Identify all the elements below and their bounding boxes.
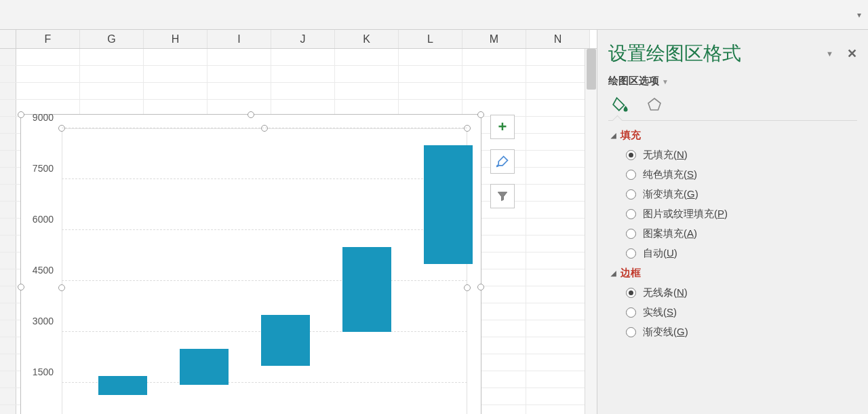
chart-bar[interactable] [261, 315, 310, 366]
column-headers: F G H I J K L M N [0, 30, 597, 49]
col-header[interactable]: K [335, 30, 399, 48]
radio-label: 纯色填充(S) [643, 168, 697, 181]
format-pane: 设置绘图区格式 ▼ ✕ 绘图区选项▼ ◢ 填充 [597, 30, 868, 414]
scrollbar-thumb[interactable] [587, 49, 596, 90]
chart-gridline [62, 229, 467, 230]
radio-icon [626, 150, 636, 160]
radio-icon [626, 288, 636, 298]
pentagon-icon [646, 96, 663, 113]
collapse-triangle-icon: ◢ [611, 132, 616, 139]
border-option-noline[interactable]: 无线条(N) [626, 286, 857, 299]
col-header[interactable]: J [271, 30, 335, 48]
chart-side-buttons: + [490, 115, 515, 208]
fill-option-grad[interactable]: 渐变填充(G) [626, 188, 857, 201]
y-axis-tick: 1500 [33, 366, 54, 377]
chart-bar[interactable] [342, 247, 391, 332]
border-option-grad[interactable]: 渐变线(G) [626, 326, 857, 339]
radio-icon [626, 189, 636, 200]
format-pane-close-button[interactable]: ✕ [847, 46, 857, 61]
col-header[interactable]: N [526, 30, 590, 48]
radio-label: 图案填充(A) [643, 227, 697, 240]
plus-icon: + [498, 118, 507, 136]
y-axis-tick: 4500 [33, 265, 54, 276]
radio-label: 无线条(N) [643, 286, 688, 299]
y-axis-tick: 3000 [33, 316, 54, 326]
chart-gridline [62, 128, 467, 128]
col-header[interactable]: I [208, 30, 271, 48]
effects-tab[interactable] [644, 94, 665, 115]
format-pane-dropdown-icon[interactable]: ▼ [826, 50, 833, 58]
col-header[interactable]: G [80, 30, 144, 48]
chart-handle-tm[interactable] [248, 111, 254, 118]
chart-y-axis[interactable]: 0150030004500600075009000 [21, 128, 59, 414]
fill-section-header[interactable]: ◢ 填充 [611, 129, 857, 142]
format-pane-tabs [608, 94, 857, 115]
vertical-scrollbar[interactable] [585, 49, 597, 414]
chart-gridline [62, 280, 467, 281]
col-header[interactable]: M [462, 30, 526, 48]
fill-option-none[interactable]: 无填充(N) [626, 149, 857, 162]
radio-label: 自动(U) [643, 247, 677, 260]
chart-elements-button[interactable]: + [490, 115, 515, 139]
chart-bar[interactable] [180, 349, 229, 385]
radio-icon [626, 248, 636, 259]
radio-label: 渐变填充(G) [643, 188, 698, 201]
radio-icon [626, 229, 636, 239]
chevron-down-icon: ▼ [662, 78, 669, 86]
radio-label: 无填充(N) [643, 149, 688, 162]
chart-bar[interactable] [424, 145, 473, 264]
chart-handle-tl[interactable] [18, 111, 24, 118]
border-section-header[interactable]: ◢ 边框 [611, 267, 857, 280]
expand-formula-icon[interactable]: ▾ [857, 10, 861, 20]
filter-icon [496, 190, 509, 202]
y-axis-tick: 9000 [33, 112, 54, 123]
fill-option-pattern[interactable]: 图案填充(A) [626, 227, 857, 240]
select-all-corner[interactable] [0, 30, 16, 48]
format-pane-title: 设置绘图区格式 [608, 41, 741, 67]
chart-bar[interactable] [98, 376, 147, 395]
chart-gridline [62, 178, 467, 179]
col-header[interactable]: F [16, 30, 80, 48]
y-axis-tick: 7500 [33, 163, 54, 174]
chart-styles-button[interactable] [490, 149, 515, 174]
fill-option-pic[interactable]: 图片或纹理填充(P) [626, 208, 857, 221]
radio-label: 实线(S) [643, 306, 677, 319]
spreadsheet-area: F G H I J K L M N 0150030004500600075 [0, 30, 597, 414]
chart-handle-tr[interactable] [477, 111, 484, 118]
chart-object[interactable]: 0150030004500600075009000 + [20, 114, 481, 414]
border-option-solid[interactable]: 实线(S) [626, 306, 857, 319]
format-pane-divider [608, 120, 857, 121]
chart-handle-mr[interactable] [477, 284, 484, 290]
collapse-triangle-icon: ◢ [611, 269, 616, 277]
chart-filter-button[interactable] [490, 184, 515, 208]
fill-option-solid[interactable]: 纯色填充(S) [626, 168, 857, 181]
chart-plot-inner [62, 128, 467, 414]
fill-option-auto[interactable]: 自动(U) [626, 247, 857, 260]
brush-icon [496, 155, 509, 168]
format-pane-subtitle[interactable]: 绘图区选项▼ [608, 75, 857, 88]
radio-icon [626, 327, 636, 337]
y-axis-tick: 6000 [33, 214, 54, 225]
col-header[interactable]: L [399, 30, 462, 48]
paint-bucket-icon [612, 96, 629, 113]
radio-icon [626, 307, 636, 318]
radio-icon [626, 209, 636, 219]
radio-label: 图片或纹理填充(P) [643, 208, 728, 221]
col-header[interactable]: H [144, 30, 208, 48]
fill-line-tab[interactable] [610, 94, 631, 115]
radio-icon [626, 170, 636, 180]
radio-label: 渐变线(G) [643, 326, 688, 339]
formula-bar[interactable]: ▾ [0, 0, 868, 30]
